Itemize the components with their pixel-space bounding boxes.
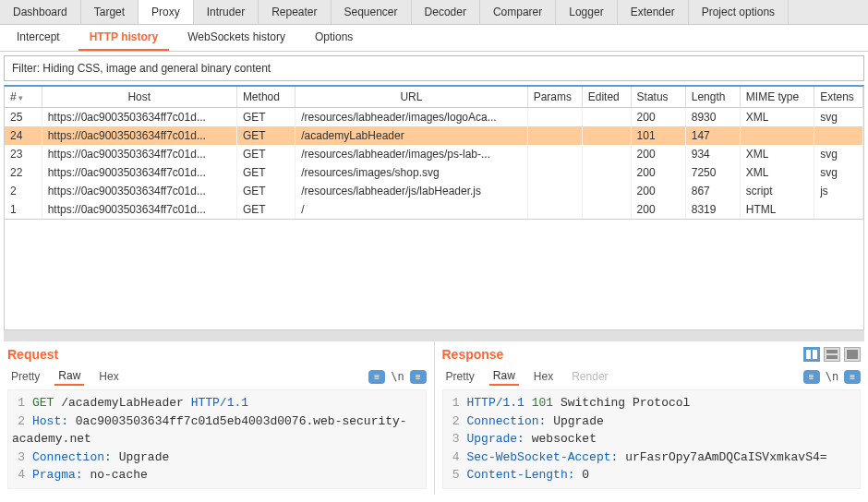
layout-rows-button[interactable]	[824, 347, 840, 362]
main-tab-dashboard[interactable]: Dashboard	[0, 0, 81, 24]
code-line: 4Sec-WebSocket-Accept: urFasrOpy7aAmDQCa…	[447, 448, 857, 467]
main-tab-project-options[interactable]: Project options	[689, 0, 789, 24]
table-row[interactable]: 2https://0ac9003503634ff7c01d...GET/reso…	[5, 182, 863, 200]
svg-rect-0	[806, 350, 811, 359]
sub-tab-websockets-history[interactable]: WebSockets history	[176, 25, 296, 51]
req-tab-pretty[interactable]: Pretty	[7, 368, 43, 385]
horizontal-splitter[interactable]	[4, 330, 864, 341]
svg-rect-4	[847, 350, 858, 359]
col-mimetype[interactable]: MIME type	[740, 87, 814, 108]
cell-edited	[582, 163, 631, 182]
col-[interactable]: # ▾	[5, 87, 42, 108]
cell-n: 24	[5, 126, 42, 145]
main-tab-extender[interactable]: Extender	[618, 0, 689, 24]
cell-status: 200	[631, 108, 685, 127]
cell-mime: XML	[740, 145, 814, 163]
table-row[interactable]: 25https://0ac9003503634ff7c01d...GET/res…	[5, 108, 863, 127]
cell-url: /resources/images/shop.svg	[295, 163, 527, 182]
cell-edited	[582, 126, 631, 145]
cell-length: 147	[685, 126, 740, 145]
main-tab-proxy[interactable]: Proxy	[139, 0, 194, 24]
cell-n: 2	[5, 182, 42, 200]
res-tab-raw[interactable]: Raw	[489, 367, 519, 386]
layout-single-button[interactable]	[844, 347, 861, 362]
cell-ext: svg	[814, 145, 863, 163]
main-tab-logger[interactable]: Logger	[556, 0, 617, 24]
main-tabbar: DashboardTargetProxyIntruderRepeaterSequ…	[0, 0, 868, 25]
cell-status: 200	[631, 200, 685, 219]
sub-tab-http-history[interactable]: HTTP history	[78, 25, 169, 51]
line-number: 1	[447, 394, 460, 412]
cell-ext	[814, 126, 863, 145]
main-tab-repeater[interactable]: Repeater	[259, 0, 331, 24]
col-params[interactable]: Params	[527, 87, 582, 108]
code-line: 3Upgrade: websocket	[447, 430, 857, 448]
cell-host: https://0ac9003503634ff7c01d...	[42, 200, 236, 219]
cell-method: GET	[236, 108, 295, 127]
req-tab-raw[interactable]: Raw	[54, 367, 84, 386]
main-tab-target[interactable]: Target	[81, 0, 139, 24]
sort-desc-icon: ▾	[17, 93, 24, 102]
cell-url: /academyLabHeader	[295, 126, 527, 145]
line-number: 3	[447, 430, 460, 448]
table-row[interactable]: 23https://0ac9003503634ff7c01d...GET/res…	[5, 145, 863, 163]
res-tab-pretty[interactable]: Pretty	[442, 368, 478, 385]
table-row[interactable]: 1https://0ac9003503634ff7c01d...GET/2008…	[5, 200, 863, 219]
cell-n: 23	[5, 145, 42, 163]
col-method[interactable]: Method	[236, 87, 295, 108]
col-edited[interactable]: Edited	[582, 87, 631, 108]
request-actions-button-2[interactable]: ≡	[410, 370, 427, 384]
cell-host: https://0ac9003503634ff7c01d...	[42, 182, 236, 200]
response-body[interactable]: 1HTTP/1.1 101 Switching Protocol2Connect…	[442, 389, 862, 489]
cell-host: https://0ac9003503634ff7c01d...	[42, 163, 236, 182]
line-number: 3	[12, 448, 25, 467]
request-pane: Request PrettyRawHex ≡ \n ≡ 1GET /academ…	[0, 341, 435, 495]
main-tab-intruder[interactable]: Intruder	[194, 0, 259, 24]
cell-status: 200	[631, 145, 685, 163]
cell-method: GET	[236, 182, 295, 200]
col-extens[interactable]: Extens	[814, 87, 863, 108]
main-tab-decoder[interactable]: Decoder	[412, 0, 480, 24]
cell-method: GET	[236, 145, 295, 163]
col-length[interactable]: Length	[685, 87, 740, 108]
sub-tab-options[interactable]: Options	[304, 25, 364, 51]
filter-bar[interactable]: Filter: Hiding CSS, image and general bi…	[4, 55, 864, 81]
res-tab-render: Render	[568, 368, 611, 385]
table-row[interactable]: 24https://0ac9003503634ff7c01d...GET/aca…	[5, 126, 863, 145]
cell-mime: XML	[740, 163, 814, 182]
cell-url: /	[295, 200, 527, 219]
sub-tabbar: InterceptHTTP historyWebSockets historyO…	[0, 25, 868, 52]
svg-rect-3	[826, 355, 838, 359]
cell-ext: svg	[814, 108, 863, 127]
request-actions-button[interactable]: ≡	[368, 370, 385, 384]
cell-n: 22	[5, 163, 42, 182]
request-body[interactable]: 1GET /academyLabHeader HTTP/1.12Host: 0a…	[7, 389, 427, 489]
res-tab-hex[interactable]: Hex	[530, 368, 557, 385]
main-tab-comparer[interactable]: Comparer	[480, 0, 556, 24]
col-host[interactable]: Host	[42, 87, 236, 108]
line-number: 5	[447, 466, 460, 484]
layout-columns-button[interactable]	[803, 347, 820, 362]
req-tab-hex[interactable]: Hex	[95, 368, 122, 385]
code-line: 1HTTP/1.1 101 Switching Protocol	[447, 394, 857, 412]
code-line: 3Connection: Upgrade	[12, 448, 422, 467]
col-status[interactable]: Status	[631, 87, 685, 108]
main-tab-sequencer[interactable]: Sequencer	[332, 0, 412, 24]
cell-ext	[814, 200, 863, 219]
col-url[interactable]: URL	[295, 87, 527, 108]
cell-length: 934	[685, 145, 740, 163]
sub-tab-intercept[interactable]: Intercept	[6, 25, 71, 51]
code-line: 2Host: 0ac9003503634ff7c01d5eb4003d0076.…	[12, 412, 422, 448]
table-row[interactable]: 22https://0ac9003503634ff7c01d...GET/res…	[5, 163, 863, 182]
line-number: 2	[447, 412, 460, 431]
wrap-indicator: \n	[826, 370, 838, 383]
cell-mime: XML	[740, 108, 814, 127]
response-actions-button-2[interactable]: ≡	[844, 370, 861, 384]
line-number: 1	[12, 394, 25, 412]
cell-params	[527, 182, 582, 200]
cell-mime: script	[740, 182, 814, 200]
cell-n: 25	[5, 108, 42, 127]
cell-params	[527, 126, 582, 145]
cell-length: 8930	[685, 108, 740, 127]
response-actions-button[interactable]: ≡	[803, 370, 820, 384]
